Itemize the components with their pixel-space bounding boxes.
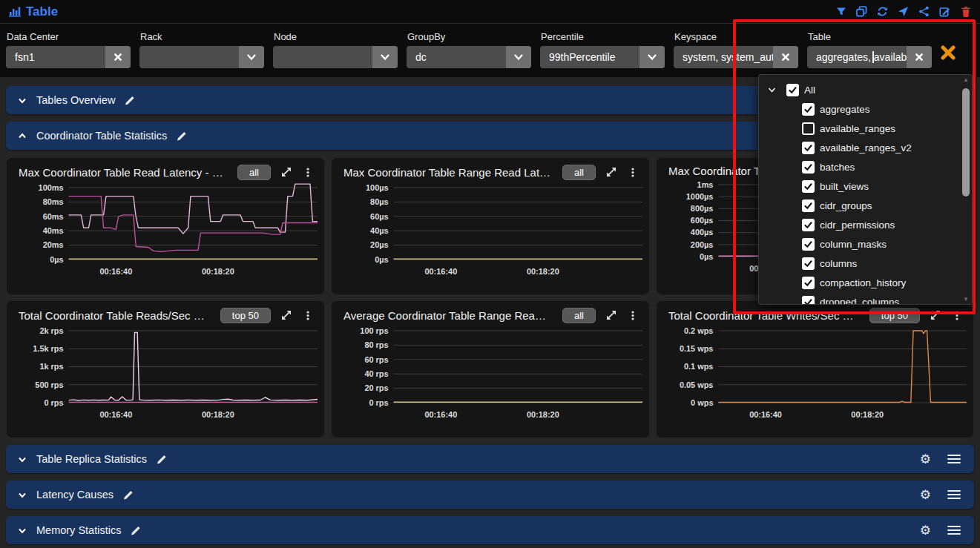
chevron-down-icon[interactable] — [768, 85, 776, 96]
dropdown-item-available-ranges[interactable]: available_ranges — [759, 119, 972, 138]
svg-text:1k rps: 1k rps — [39, 362, 63, 371]
clear-icon[interactable] — [773, 46, 798, 68]
chart-plot[interactable]: 0µs20ms40ms60ms80ms100ms00:16:4000:18:20 — [7, 182, 324, 284]
dropdown-item-columns[interactable]: columns — [759, 254, 972, 273]
edit-icon[interactable] — [939, 6, 950, 17]
dropdown-item-available-ranges-v2[interactable]: available_ranges_v2 — [759, 138, 972, 157]
dropdown-item-all[interactable]: All — [759, 80, 972, 99]
dropdown-scrollbar[interactable]: ▲ ▼ — [961, 76, 970, 303]
kebab-menu-icon[interactable] — [628, 167, 639, 178]
gear-icon[interactable]: ⚙ — [920, 489, 931, 501]
chart-scope-badge[interactable]: top 50 — [869, 308, 920, 323]
kebab-menu-icon[interactable] — [952, 310, 963, 321]
dropdown-item-compaction-history[interactable]: compaction_history — [759, 273, 972, 292]
checkbox-checked[interactable] — [802, 103, 815, 116]
edit-pencil-icon[interactable] — [125, 96, 134, 105]
expand-icon[interactable] — [281, 310, 292, 321]
duplicate-icon[interactable] — [856, 6, 867, 17]
menu-icon[interactable] — [947, 490, 961, 500]
checkbox-checked[interactable] — [802, 180, 815, 193]
chart-plot[interactable]: 0 rps500 rps1k rps1.5k rps2k rps00:16:40… — [7, 325, 324, 427]
dropdown-item-cidr-groups[interactable]: cidr_groups — [759, 196, 972, 215]
filter-field-table[interactable]: aggregates, available — [807, 46, 932, 68]
edit-pencil-icon[interactable] — [123, 490, 133, 500]
checkbox-checked[interactable] — [802, 219, 815, 231]
edit-pencil-icon[interactable] — [177, 131, 186, 141]
gear-icon[interactable]: ⚙ — [920, 524, 931, 537]
kebab-menu-icon[interactable] — [303, 167, 314, 178]
delete-icon[interactable] — [960, 6, 971, 17]
svg-text:1ms: 1ms — [697, 180, 714, 189]
chart-scope-badge[interactable]: top 50 — [220, 308, 271, 323]
expand-icon[interactable] — [281, 167, 292, 178]
chart-title: Max Coordinator Table Read Latency - 99t… — [19, 166, 227, 179]
kebab-menu-icon[interactable] — [628, 310, 639, 321]
section-memory-statistics[interactable]: Memory Statistics ⚙ — [6, 516, 974, 544]
filter-label: Node — [274, 31, 398, 42]
section-table-replica-statistics[interactable]: Table Replica Statistics ⚙ — [6, 445, 974, 473]
edit-pencil-icon[interactable] — [157, 455, 166, 464]
filter-label: Keyspace — [674, 31, 798, 42]
refresh-icon[interactable] — [877, 6, 888, 17]
svg-text:2k rps: 2k rps — [39, 326, 63, 335]
chevron-down-icon[interactable] — [506, 46, 531, 68]
send-icon[interactable] — [898, 6, 909, 17]
chart-plot[interactable]: 0 rps20 rps40 rps60 rps80 rps100 rps00:1… — [332, 325, 649, 427]
menu-icon[interactable] — [947, 526, 961, 535]
checkbox-checked[interactable] — [802, 238, 815, 251]
filter-field-percentile[interactable]: 99thPercentile — [540, 46, 665, 68]
clear-icon[interactable] — [907, 46, 932, 68]
filter-field-node[interactable] — [273, 46, 398, 68]
checkbox-unchecked[interactable] — [802, 122, 815, 135]
table-multiselect-dropdown: Allaggregatesavailable_rangesavailable_r… — [758, 74, 973, 305]
chart-scope-badge[interactable]: all — [562, 165, 596, 180]
scroll-up-icon[interactable]: ▲ — [962, 76, 970, 83]
chevron-down-icon[interactable] — [639, 46, 665, 68]
filter-value: dc — [407, 51, 506, 63]
svg-text:0µs: 0µs — [50, 255, 63, 264]
kebab-menu-icon[interactable] — [303, 310, 314, 321]
chart-scope-badge[interactable]: all — [237, 165, 271, 180]
svg-text:100µs: 100µs — [366, 183, 389, 192]
expand-icon[interactable] — [606, 167, 617, 178]
checkbox-checked[interactable] — [802, 257, 815, 270]
checkbox-checked[interactable] — [802, 199, 815, 212]
filter-field-groupby[interactable]: dc — [407, 46, 531, 68]
chart-plot[interactable]: 0 wps0.05 wps0.1 wps0.15 wps0.2 wps00:16… — [657, 325, 973, 427]
filter-field-data-center[interactable]: fsn1 — [6, 46, 131, 68]
svg-text:100ms: 100ms — [39, 183, 64, 192]
dropdown-item-dropped-columns[interactable]: dropped_columns — [759, 292, 972, 305]
dropdown-item-batches[interactable]: batches — [759, 157, 972, 176]
edit-pencil-icon[interactable] — [131, 526, 140, 535]
section-latency-causes[interactable]: Latency Causes ⚙ — [6, 481, 974, 509]
dropdown-item-cidr-permissions[interactable]: cidr_permissions — [759, 215, 972, 234]
checkbox-checked[interactable] — [802, 161, 815, 174]
filter-field-rack[interactable] — [139, 46, 264, 68]
dropdown-item-aggregates[interactable]: aggregates — [759, 99, 972, 119]
svg-text:60 rps: 60 rps — [364, 355, 388, 364]
gear-icon[interactable]: ⚙ — [920, 453, 931, 466]
dropdown-item-column-masks[interactable]: column_masks — [759, 234, 972, 254]
checkbox-checked[interactable] — [786, 84, 799, 96]
checkbox-checked[interactable] — [802, 142, 815, 154]
dropdown-item-built-views[interactable]: built_views — [759, 176, 972, 196]
chart-plot[interactable]: 0µs20µs40µs60µs80µs100µs00:16:4000:18:20 — [332, 182, 649, 284]
scroll-down-icon[interactable]: ▼ — [962, 296, 970, 303]
chart-line-pink — [69, 184, 318, 234]
clear-icon[interactable] — [105, 46, 131, 68]
chart-scope-badge[interactable]: all — [562, 308, 596, 323]
filter-icon[interactable] — [835, 6, 846, 17]
scrollbar-thumb[interactable] — [962, 88, 970, 197]
chart-panel-total-coordinator-table-writes-sec-per-dc: Total Coordinator Table Writes/Sec per d… — [656, 300, 974, 438]
chevron-down-icon[interactable] — [372, 46, 398, 68]
share-icon[interactable] — [918, 6, 930, 17]
expand-icon[interactable] — [930, 310, 941, 321]
checkbox-checked[interactable] — [802, 277, 815, 289]
expand-icon[interactable] — [606, 310, 617, 321]
filter-field-keyspace[interactable]: system, system_auth — [674, 46, 798, 68]
chevron-down-icon[interactable] — [239, 46, 264, 68]
checkbox-checked[interactable] — [802, 296, 815, 306]
menu-icon[interactable] — [947, 455, 961, 464]
svg-text:00:16:40: 00:16:40 — [99, 410, 132, 419]
close-filter-panel-button[interactable] — [940, 44, 958, 62]
